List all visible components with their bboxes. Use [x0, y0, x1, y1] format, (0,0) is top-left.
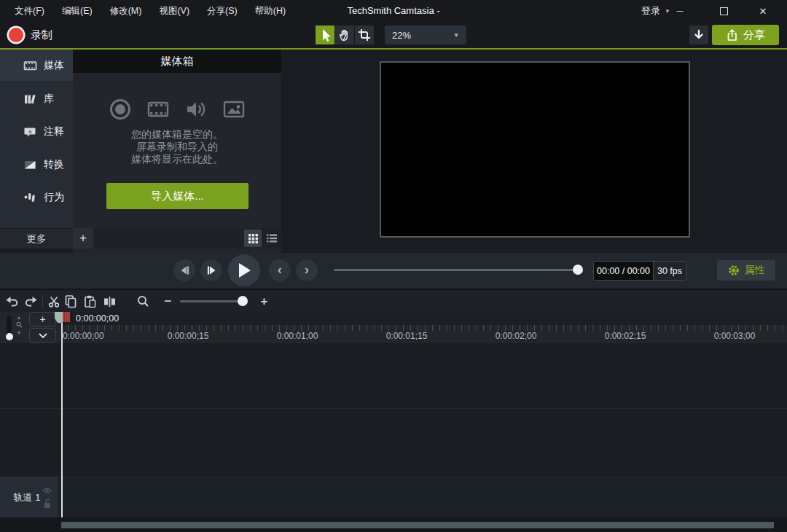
ruler-label: 0:00:02;15: [605, 331, 646, 341]
sidebar-item-behaviors[interactable]: 行为: [0, 181, 73, 214]
menu-share[interactable]: 分享(S): [200, 0, 245, 22]
redo-button[interactable]: [22, 292, 40, 310]
timeline-zoom-thumb[interactable]: [238, 296, 248, 306]
tools-sidebar: 媒体 库 a 注释 转换 行为 更多: [0, 50, 73, 249]
sidebar-item-annotations[interactable]: a 注释: [0, 115, 73, 148]
split-button[interactable]: [101, 292, 119, 310]
cut-button[interactable]: [44, 292, 63, 310]
maximize-icon: [720, 7, 728, 15]
add-media-button[interactable]: +: [73, 228, 93, 249]
canvas-zoom-dropdown[interactable]: 22% ▼: [385, 26, 466, 44]
record-button[interactable]: 录制: [7, 22, 52, 48]
copy-button[interactable]: [61, 292, 79, 310]
timeline-scrollbar: [0, 517, 787, 532]
play-button[interactable]: [228, 254, 260, 286]
list-view-button[interactable]: [263, 230, 281, 247]
menu-view[interactable]: 视图(V): [152, 0, 197, 22]
media-bin-panel: 媒体箱 您的媒体箱是空的。 屏幕录制和导入的 媒体将显示在此处。 导入媒体...…: [73, 50, 281, 253]
sidebar-item-label: 注释: [44, 125, 64, 138]
crop-icon: [358, 28, 371, 42]
next-chevron-icon: ›: [305, 262, 309, 278]
share-button[interactable]: 分享: [712, 25, 779, 45]
current-time[interactable]: 00:00 / 00:00: [594, 262, 653, 280]
video-clip-icon: [146, 98, 170, 121]
export-download-button[interactable]: [689, 26, 708, 44]
image-icon: [222, 98, 246, 121]
ruler-label: 0:00:00;15: [168, 331, 209, 341]
menu-file[interactable]: 文件(F): [7, 0, 52, 22]
annotation-bubble-icon: a: [23, 125, 37, 138]
grid-view-icon: [248, 234, 258, 243]
zoom-out-button[interactable]: −: [159, 292, 177, 310]
timeline-header-controls: ▲ ▼ +: [0, 312, 61, 343]
copy-icon: [64, 294, 77, 308]
minimize-button[interactable]: ─: [663, 0, 697, 22]
redo-icon: [24, 295, 38, 308]
paste-button[interactable]: [80, 292, 98, 310]
scrubber-thumb[interactable]: [573, 265, 583, 275]
frame-rate[interactable]: 30 fps: [653, 262, 686, 280]
timeline-zoom-button[interactable]: [134, 292, 152, 310]
toolbar-separator: [42, 294, 43, 308]
media-bin-empty-icons: [73, 98, 281, 121]
media-filmstrip-icon: [23, 59, 37, 72]
previous-frame-icon: [179, 265, 190, 275]
video-preview[interactable]: [380, 61, 690, 238]
sidebar-more-button[interactable]: 更多: [0, 228, 73, 249]
audio-speaker-icon: [184, 98, 208, 121]
menu-edit[interactable]: 编辑(E): [55, 0, 100, 22]
chevron-down-icon: ▼: [453, 32, 459, 39]
playback-bar: ‹ › 00:00 / 00:00 30 fps 属性: [0, 253, 787, 289]
sidebar-item-transitions[interactable]: 转换: [0, 148, 73, 181]
maximize-button[interactable]: [707, 0, 740, 22]
lock-open-icon[interactable]: [44, 498, 52, 509]
sidebar-item-label: 转换: [44, 158, 64, 171]
timeline-scrollbar-thumb[interactable]: [61, 522, 774, 528]
sidebar-item-label: 媒体: [44, 59, 64, 72]
track-row-1[interactable]: 轨道 1: [0, 477, 787, 517]
playhead-out-handle[interactable]: [63, 312, 70, 322]
menu-help[interactable]: 帮助(H): [248, 0, 293, 22]
behaviors-bars-icon: [23, 191, 37, 204]
select-tool-button[interactable]: [316, 26, 334, 44]
track-height-thumb[interactable]: [6, 333, 13, 340]
timeline-ruler[interactable]: 0:00:00;00 0:00:00;15 0:00:01;00 0:00:01…: [61, 325, 787, 343]
track-options-button[interactable]: [29, 328, 56, 343]
pan-tool-button[interactable]: [335, 26, 354, 44]
eye-icon[interactable]: [42, 487, 52, 494]
properties-label: 属性: [745, 264, 765, 277]
menu-modify[interactable]: 修改(M): [103, 0, 149, 22]
grid-view-button[interactable]: [244, 230, 262, 247]
zoom-in-button[interactable]: +: [255, 292, 273, 310]
timeline-empty-area[interactable]: [0, 343, 787, 477]
ruler-label: 0:00:03;00: [714, 331, 756, 341]
close-button[interactable]: ✕: [746, 0, 780, 22]
undo-icon: [5, 295, 19, 308]
ruler-ticks: [61, 325, 787, 331]
play-icon: [237, 262, 251, 278]
sidebar-item-library[interactable]: 库: [0, 82, 73, 115]
properties-button[interactable]: 属性: [717, 260, 775, 281]
scrubber-track[interactable]: [334, 269, 577, 271]
media-bin-title: 媒体箱: [73, 50, 281, 73]
import-media-button[interactable]: 导入媒体...: [106, 183, 248, 209]
magnifier-icon: [137, 295, 149, 308]
record-circle-icon: [109, 98, 132, 121]
crop-tool-button[interactable]: [355, 26, 374, 44]
plus-icon: +: [79, 231, 87, 246]
cursor-icon: [319, 28, 332, 42]
list-view-icon: [267, 234, 277, 243]
track-1-header[interactable]: 轨道 1: [0, 477, 58, 517]
track-height-arrows[interactable]: ▲ ▼: [15, 315, 23, 336]
playhead-line[interactable]: [61, 312, 63, 517]
step-forward-button[interactable]: [200, 259, 222, 281]
step-forward-icon: [206, 265, 217, 275]
sidebar-item-media[interactable]: 媒体: [0, 50, 73, 82]
previous-frame-button[interactable]: [173, 259, 195, 281]
next-clip-button[interactable]: ›: [296, 259, 318, 281]
undo-button[interactable]: [3, 292, 21, 310]
add-track-button[interactable]: +: [29, 312, 56, 326]
share-label: 分享: [743, 28, 765, 42]
previous-clip-button[interactable]: ‹: [269, 259, 291, 281]
media-bin-footer: +: [73, 228, 281, 249]
